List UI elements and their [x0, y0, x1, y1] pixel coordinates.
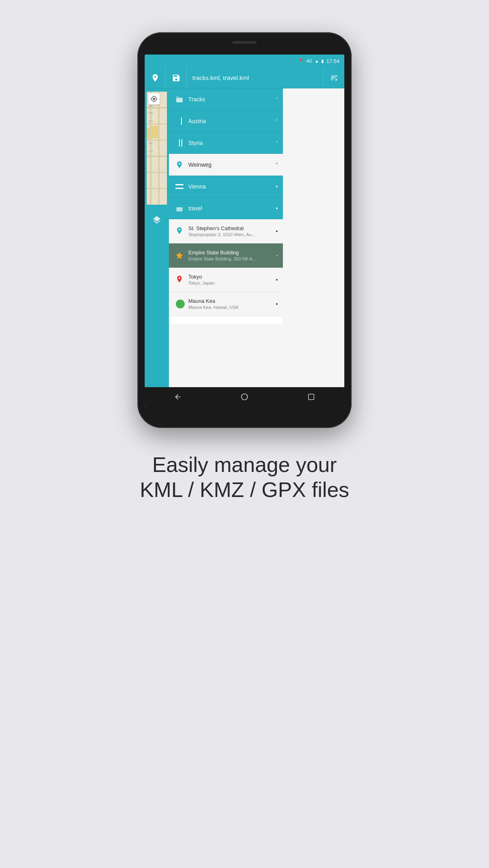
status-bar: 📍 4G ▲ ▮ 17:54 — [145, 55, 344, 67]
item-dot-tokyo: • — [275, 277, 279, 283]
network-label: 4G — [306, 59, 312, 63]
item-text-travel: travel — [186, 205, 275, 212]
item-text-austria: Austria — [186, 118, 275, 124]
folder-icon — [173, 95, 186, 103]
pin-blue-icon — [173, 226, 186, 236]
save-icon — [172, 73, 181, 82]
toolbar: tracks.kml, travel.kml — [145, 67, 344, 88]
list-item[interactable]: Weinweg ° — [169, 154, 283, 176]
map-sidebar: 390 386 384 380 376 — [145, 88, 169, 387]
toolbar-title: tracks.kml, travel.kml — [187, 74, 323, 81]
layers-icon[interactable] — [152, 215, 162, 225]
svg-rect-19 — [175, 188, 183, 189]
item-text-empire: Empire State Building Empire State Build… — [186, 249, 275, 261]
item-dot-travel: • — [275, 205, 279, 212]
item-dot-vienna: • — [275, 183, 279, 190]
signal-icon: ▲ — [315, 59, 319, 63]
item-text-weinweg: Weinweg — [186, 161, 275, 168]
item-dot-tracks: ° — [275, 96, 279, 103]
list-item[interactable]: Tokyo Tokyo, Japan • — [169, 268, 283, 292]
list-item[interactable]: Tracks ° — [169, 88, 283, 110]
status-time: 17:54 — [326, 58, 339, 64]
double-track-icon — [173, 139, 186, 147]
circle-green-icon — [173, 300, 186, 308]
svg-text:386: 386 — [149, 112, 153, 114]
svg-rect-9 — [152, 126, 158, 138]
svg-rect-23 — [308, 394, 314, 400]
item-text-stephens: St. Stephen's Cathedral Stephansplatz 3,… — [186, 225, 275, 237]
item-text-styria: Styria — [186, 140, 275, 146]
svg-text:384: 384 — [149, 120, 153, 122]
nav-bar — [145, 387, 344, 407]
pin-button[interactable] — [145, 67, 166, 88]
caption: Easily manage your KML / KMZ / GPX files — [140, 452, 349, 503]
caption-line2: KML / KMZ / GPX files — [140, 477, 349, 502]
save-button[interactable] — [166, 67, 187, 88]
item-dot-empire: • — [275, 252, 279, 259]
single-track-icon — [173, 117, 186, 125]
list-bottom-space — [169, 316, 283, 324]
star-orange-icon — [173, 251, 186, 260]
list-item[interactable]: Empire State Building Empire State Build… — [169, 243, 283, 268]
back-button[interactable] — [170, 389, 186, 405]
list-panel: Tracks ° Austria ° — [169, 88, 283, 387]
battery-icon: ▮ — [321, 59, 324, 64]
list-item[interactable]: Austria ° — [169, 110, 283, 132]
svg-rect-10 — [147, 128, 150, 139]
item-dot-austria: ° — [275, 118, 279, 124]
folder2-icon — [173, 204, 186, 212]
list-item[interactable]: Mauna Kea Mauna Kea, Hawaii, USA • — [169, 292, 283, 316]
item-text-tokyo: Tokyo Tokyo, Japan — [186, 274, 275, 285]
svg-text:376: 376 — [149, 150, 153, 153]
phone-shell: 📍 4G ▲ ▮ 17:54 tracks.kml, trav — [137, 32, 352, 428]
pin-icon — [151, 73, 160, 82]
equals-icon — [173, 184, 186, 189]
svg-text:390: 390 — [149, 105, 153, 107]
list-item[interactable]: Styria ° — [169, 132, 283, 154]
svg-text:380: 380 — [149, 142, 153, 145]
item-dot-weinweg: ° — [275, 161, 279, 168]
phone-wrapper: 📍 4G ▲ ▮ 17:54 tracks.kml, trav — [137, 32, 352, 428]
svg-rect-18 — [175, 184, 183, 185]
item-text-vienna: Vienna — [186, 183, 275, 190]
waypoint-icon — [173, 161, 186, 169]
sort-button[interactable] — [323, 67, 344, 88]
home-button[interactable] — [236, 389, 253, 405]
recents-button[interactable] — [303, 389, 319, 405]
svg-rect-0 — [147, 92, 167, 205]
item-dot-mauna: • — [275, 301, 279, 307]
item-text-mauna: Mauna Kea Mauna Kea, Hawaii, USA — [186, 298, 275, 310]
phone-screen: 📍 4G ▲ ▮ 17:54 tracks.kml, trav — [145, 55, 344, 407]
item-text-tracks: Tracks — [186, 96, 275, 103]
item-dot-stephens: • — [275, 228, 279, 235]
list-item[interactable]: travel • — [169, 197, 283, 219]
sort-icon — [330, 73, 339, 82]
list-item[interactable]: St. Stephen's Cathedral Stephansplatz 3,… — [169, 219, 283, 243]
locate-icon[interactable] — [150, 95, 158, 103]
phone-speaker — [232, 41, 257, 44]
map-sidebar-bottom — [148, 211, 166, 229]
content-area: 390 386 384 380 376 — [145, 88, 344, 387]
location-icon: 📍 — [298, 58, 304, 64]
list-item[interactable]: Vienna • — [169, 176, 283, 197]
caption-line1: Easily manage your — [140, 452, 349, 477]
svg-point-22 — [241, 394, 247, 400]
pin-red-icon — [173, 275, 186, 285]
item-dot-styria: ° — [275, 140, 279, 146]
